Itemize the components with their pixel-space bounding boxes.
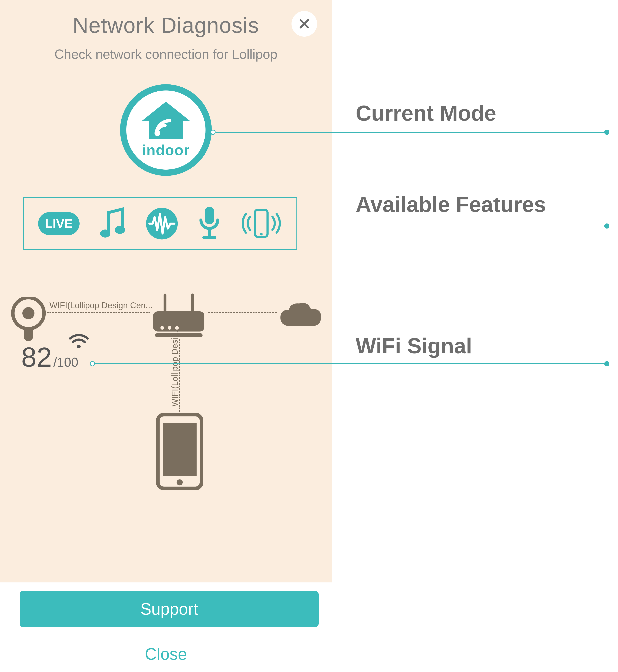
close-icon — [298, 17, 311, 30]
smartphone-icon — [154, 412, 205, 491]
microphone-icon — [196, 205, 223, 242]
callout-label-signal: WiFi Signal — [356, 333, 472, 358]
camera-wifi-label: WIFI(Lollipop Design Cen... — [49, 300, 152, 310]
page-subtitle: Check network connection for Lollipop — [0, 47, 332, 62]
callout-line-signal — [95, 363, 606, 364]
callout-endpoint-mode — [604, 130, 609, 135]
phone-vibrate-icon — [240, 206, 282, 241]
callout-line-features — [297, 226, 606, 226]
callout-endpoint-features — [604, 224, 609, 229]
callout-label-features: Available Features — [356, 192, 546, 217]
cloud-icon — [277, 300, 324, 331]
house-wifi-icon — [142, 102, 190, 140]
svg-point-4 — [100, 230, 110, 238]
close-text-button[interactable]: Close — [0, 645, 332, 664]
current-mode-badge: indoor — [120, 84, 212, 176]
callout-label-mode: Current Mode — [356, 101, 496, 126]
page-title: Network Diagnosis — [0, 13, 332, 38]
signal-max: /100 — [54, 355, 78, 370]
diagnosis-panel: Network Diagnosis Check network connecti… — [0, 0, 332, 582]
svg-point-17 — [161, 326, 164, 330]
callout-anchor-mode — [210, 130, 216, 135]
callout-line-mode — [216, 132, 606, 133]
phone-wifi-label: WIFI(Lollipop Desi... — [170, 331, 180, 407]
svg-point-1 — [154, 130, 160, 136]
support-button-label: Support — [140, 599, 198, 619]
svg-point-13 — [22, 307, 34, 319]
svg-point-5 — [115, 226, 125, 234]
feature-music — [97, 207, 128, 240]
svg-point-18 — [168, 326, 172, 330]
feature-sound-detection — [145, 207, 178, 240]
network-diagram: WIFI(Lollipop Design Cen... WIFI(Lollipo… — [11, 286, 323, 506]
svg-rect-22 — [163, 423, 197, 477]
feature-microphone — [196, 205, 223, 242]
svg-text:LIVE: LIVE — [45, 217, 73, 231]
waveform-circle-icon — [145, 207, 178, 240]
feature-live: LIVE — [38, 212, 80, 236]
mode-label: indoor — [142, 142, 190, 159]
close-button[interactable] — [292, 11, 317, 37]
music-note-icon — [97, 207, 128, 240]
camera-icon — [11, 297, 46, 344]
live-badge-icon: LIVE — [38, 212, 80, 236]
link-camera-router — [47, 312, 150, 313]
callout-anchor-signal — [90, 361, 95, 366]
signal-value: 82 — [21, 342, 52, 373]
features-box: LIVE — [23, 197, 297, 250]
svg-point-23 — [177, 479, 183, 485]
feature-phone-alert — [240, 206, 282, 241]
callout-endpoint-signal — [604, 361, 609, 366]
svg-point-19 — [175, 326, 179, 330]
close-text-button-label: Close — [145, 645, 187, 663]
svg-point-11 — [260, 233, 263, 235]
wifi-signal-score: 82 /100 — [21, 342, 78, 373]
support-button[interactable]: Support — [20, 591, 319, 627]
link-router-cloud — [208, 312, 277, 313]
svg-rect-7 — [205, 207, 214, 224]
